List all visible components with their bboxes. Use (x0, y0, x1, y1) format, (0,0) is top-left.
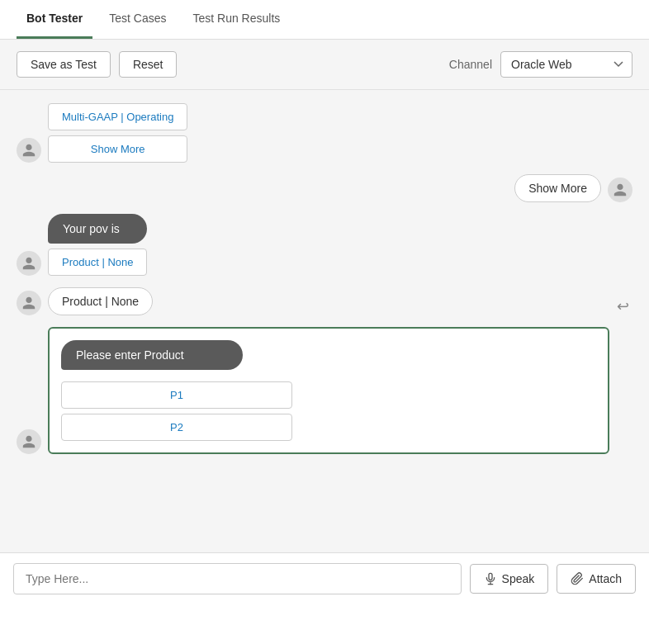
bot-options-1: Multi-GAAP | Operating Show More (48, 103, 187, 163)
option-product-none-bot[interactable]: Product | None (48, 249, 147, 276)
tab-bot-tester[interactable]: Bot Tester (17, 0, 92, 39)
bot-avatar-3 (17, 429, 41, 454)
option-p2[interactable]: P2 (61, 414, 292, 441)
active-chat-box: Please enter Product P1 P2 (48, 327, 609, 454)
bot-message-3: Please enter Product P1 P2 (17, 327, 632, 454)
person-icon-4 (21, 296, 36, 310)
user-product-none-bubble: Product | None (48, 287, 153, 315)
bot-avatar-1 (17, 138, 41, 163)
person-icon-1 (21, 143, 36, 158)
person-icon-5 (21, 434, 36, 449)
user-show-more-bubble: Show More (514, 174, 601, 202)
user-avatar-1 (608, 178, 632, 202)
person-icon-2 (613, 182, 628, 197)
option-multi-gaap[interactable]: Multi-GAAP | Operating (48, 103, 187, 130)
bot-message-1: Multi-GAAP | Operating Show More (17, 103, 632, 163)
option-p1[interactable]: P1 (61, 381, 292, 409)
toolbar-right: Channel Oracle Web Web Mobile (449, 51, 632, 78)
bot-message-2: Your pov is Product | None (17, 214, 632, 276)
footer: Speak Attach (0, 552, 649, 604)
bot-avatar-2 (17, 251, 41, 276)
channel-select[interactable]: Oracle Web Web Mobile (500, 51, 632, 78)
nav-tabs: Bot Tester Test Cases Test Run Results (0, 0, 649, 40)
toolbar-left: Save as Test Reset (17, 51, 441, 78)
speak-label: Speak (502, 572, 535, 585)
bot-options-3: P1 P2 (61, 381, 292, 441)
person-icon-3 (21, 256, 36, 271)
reset-button[interactable]: Reset (119, 51, 178, 78)
user-message-1: Show More (17, 174, 632, 202)
attach-button[interactable]: Attach (557, 564, 636, 594)
speak-button[interactable]: Speak (470, 564, 549, 594)
option-show-more-1[interactable]: Show More (48, 135, 187, 163)
svg-rect-0 (489, 573, 492, 580)
bot-speech-your-pov: Your pov is (48, 214, 147, 244)
bot-speech-please-enter: Please enter Product (61, 340, 243, 370)
tab-test-cases[interactable]: Test Cases (99, 0, 176, 39)
chat-area: Multi-GAAP | Operating Show More Show Mo… (0, 90, 649, 552)
toolbar: Save as Test Reset Channel Oracle Web We… (0, 40, 649, 90)
paperclip-icon (571, 572, 584, 585)
refresh-icon: ↩ (617, 297, 629, 315)
user-avatar-2 (17, 291, 41, 315)
type-here-input[interactable] (13, 563, 462, 594)
user-msg-1-wrapper (608, 178, 632, 202)
user-message-2: ↩ Product | None (17, 287, 632, 315)
save-as-test-button[interactable]: Save as Test (17, 51, 111, 78)
channel-label: Channel (449, 58, 492, 71)
bot-options-2: Your pov is Product | None (48, 214, 147, 276)
microphone-icon (484, 572, 497, 585)
tab-test-run-results[interactable]: Test Run Results (182, 0, 290, 39)
attach-label: Attach (589, 572, 622, 585)
